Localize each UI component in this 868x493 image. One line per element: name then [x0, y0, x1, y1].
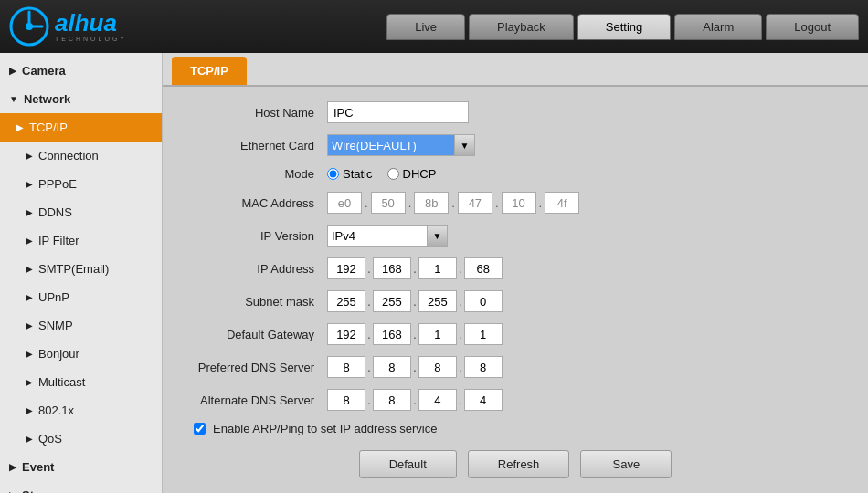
mode-dhcp-text: DHCP	[403, 167, 437, 181]
camera-arrow-icon: ▶	[9, 66, 16, 76]
sidebar-item-8021x[interactable]: ▶ 802.1x	[0, 396, 162, 425]
adns-field-3[interactable]	[464, 389, 503, 411]
tab-live[interactable]: Live	[386, 14, 465, 40]
dahua-brand: alhua TECHNOLOGY	[55, 11, 127, 42]
dahua-logo-icon	[9, 6, 49, 47]
tab-alarm[interactable]: Alarm	[674, 14, 762, 40]
sidebar-item-multicast[interactable]: ▶ Multicast	[0, 368, 162, 396]
sidebar-item-snmp[interactable]: ▶ SNMP	[0, 311, 162, 340]
ip-version-dropdown-btn[interactable]: ▼	[428, 225, 448, 246]
mode-static-text: Static	[343, 167, 373, 181]
arp-ping-row: Enable ARP/Ping to set IP address servic…	[194, 422, 850, 435]
ethernet-card-dropdown-btn[interactable]: ▼	[455, 134, 475, 156]
pdns-field-2[interactable]	[418, 356, 457, 378]
ip-address-label: IP Address	[181, 262, 327, 276]
default-gateway-row: Default Gateway . . .	[181, 323, 850, 345]
camera-label: Camera	[22, 64, 66, 78]
mac-dot-2: .	[450, 196, 456, 210]
tab-setting[interactable]: Setting	[577, 14, 671, 40]
mac-dot-1: .	[408, 196, 413, 210]
sidebar-item-storage[interactable]: ▶ Storage	[0, 481, 162, 493]
sidebar-item-qos[interactable]: ▶ QoS	[0, 425, 162, 453]
adns-field-0[interactable]	[327, 389, 365, 411]
host-name-input[interactable]	[327, 101, 469, 123]
sidebar-item-tcpip[interactable]: ▶ TCP/IP	[0, 113, 162, 142]
arp-ping-checkbox[interactable]	[194, 423, 206, 435]
bonjour-label: Bonjour	[38, 347, 79, 361]
subnet-field-1[interactable]	[373, 290, 411, 312]
adns-field-2[interactable]	[418, 389, 457, 411]
ethernet-card-select[interactable]: Wire(DEFAULT)	[327, 134, 455, 156]
gateway-field-2[interactable]	[418, 323, 457, 345]
mode-dhcp-label[interactable]: DHCP	[387, 167, 437, 181]
pdns-field-0[interactable]	[327, 356, 365, 378]
pppoe-label: PPPoE	[38, 177, 77, 191]
sidebar-item-network[interactable]: ▼ Network	[0, 85, 162, 113]
subnet-dot-2: .	[459, 294, 462, 309]
gateway-field-1[interactable]	[373, 323, 411, 345]
sidebar-item-smtp[interactable]: ▶ SMTP(Email)	[0, 255, 162, 283]
mac-field-1[interactable]	[371, 192, 406, 214]
alternate-dns-label: Alternate DNS Server	[181, 393, 327, 407]
sidebar-item-bonjour[interactable]: ▶ Bonjour	[0, 340, 162, 368]
nav-tabs: Live Playback Setting Alarm Logout	[386, 14, 859, 40]
mode-static-radio[interactable]	[327, 168, 339, 180]
adns-field-1[interactable]	[373, 389, 411, 411]
tab-playback[interactable]: Playback	[469, 14, 574, 40]
subnet-field-3[interactable]	[464, 290, 503, 312]
snmp-label: SNMP	[38, 319, 73, 332]
mac-field-4[interactable]	[502, 192, 536, 214]
logo: alhua TECHNOLOGY	[9, 6, 127, 47]
refresh-button[interactable]: Refresh	[468, 450, 570, 478]
snmp-arrow-icon: ▶	[26, 320, 33, 330]
pdns-field-1[interactable]	[373, 356, 411, 378]
subnet-dot-0: .	[367, 294, 371, 309]
qos-arrow-icon: ▶	[26, 434, 33, 444]
sidebar-item-event[interactable]: ▶ Event	[0, 453, 162, 481]
sidebar-item-upnp[interactable]: ▶ UPnP	[0, 283, 162, 311]
mac-field-2[interactable]	[414, 192, 449, 214]
upnp-label: UPnP	[38, 290, 69, 304]
content-tab-tcpip[interactable]: TCP/IP	[172, 57, 247, 85]
ip-field-3[interactable]	[464, 257, 503, 279]
multicast-label: Multicast	[38, 375, 85, 389]
pppoe-arrow-icon: ▶	[26, 179, 33, 189]
ip-field-1[interactable]	[373, 257, 411, 279]
brand-name: alhua	[55, 11, 127, 35]
8021x-label: 802.1x	[38, 404, 74, 417]
ip-field-0[interactable]	[327, 257, 365, 279]
ipfilter-label: IP Filter	[38, 234, 79, 247]
default-gateway-control: . . .	[327, 323, 503, 345]
mac-field-0[interactable]	[327, 192, 362, 214]
gateway-field-3[interactable]	[464, 323, 503, 345]
mode-static-label[interactable]: Static	[327, 167, 373, 181]
ip-dot-1: .	[413, 261, 417, 276]
mode-dhcp-radio[interactable]	[387, 168, 399, 180]
gateway-dot-1: .	[413, 327, 417, 341]
mac-address-label: MAC Address	[181, 196, 327, 210]
gateway-field-0[interactable]	[327, 323, 365, 345]
adns-dot-1: .	[413, 393, 417, 407]
sidebar-item-connection[interactable]: ▶ Connection	[0, 142, 162, 170]
mac-field-3[interactable]	[458, 192, 492, 214]
sidebar-item-ddns[interactable]: ▶ DDNS	[0, 198, 162, 226]
sidebar-item-camera[interactable]: ▶ Camera	[0, 57, 162, 85]
content-area: TCP/IP Host Name Ethernet Card Wire(DEFA…	[163, 53, 868, 493]
pdns-field-3[interactable]	[464, 356, 503, 378]
smtp-arrow-icon: ▶	[26, 264, 33, 274]
ip-version-select[interactable]: IPv4 IPv6	[327, 225, 428, 246]
ip-address-row: IP Address . . .	[181, 257, 850, 279]
subnet-field-0[interactable]	[327, 290, 365, 312]
subnet-field-2[interactable]	[418, 290, 457, 312]
save-button[interactable]: Save	[580, 450, 672, 478]
default-button[interactable]: Default	[359, 450, 457, 478]
sidebar-item-ipfilter[interactable]: ▶ IP Filter	[0, 226, 162, 255]
ip-dot-0: .	[367, 261, 371, 276]
adns-dot-0: .	[367, 393, 371, 407]
ip-field-2[interactable]	[418, 257, 457, 279]
mac-field-5[interactable]	[545, 192, 579, 214]
event-arrow-icon: ▶	[9, 462, 16, 472]
tab-logout[interactable]: Logout	[766, 14, 859, 40]
alternate-dns-row: Alternate DNS Server . . .	[181, 389, 850, 411]
sidebar-item-pppoe[interactable]: ▶ PPPoE	[0, 170, 162, 198]
